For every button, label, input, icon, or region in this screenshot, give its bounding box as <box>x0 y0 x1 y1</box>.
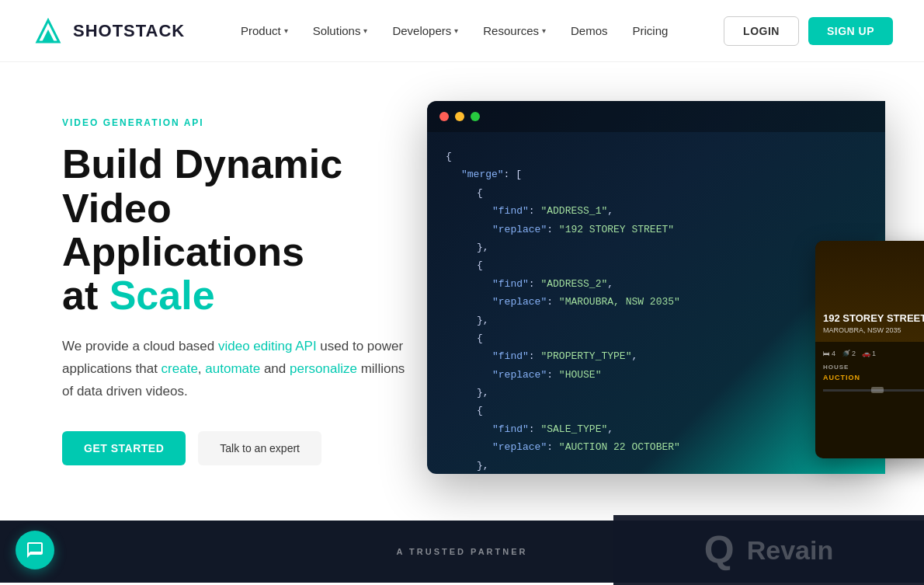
code-line: }, <box>446 239 867 256</box>
hero-section: VIDEO GENERATION API Build Dynamic Video… <box>0 62 924 521</box>
code-line: "find": "ADDRESS_2", <box>446 275 867 293</box>
code-line: "replace": "AUCTION 22 OCTOBER" <box>446 438 867 456</box>
code-line: { <box>446 329 867 347</box>
login-button[interactable]: LOGIN <box>724 16 799 46</box>
chevron-down-icon: ▾ <box>363 26 367 35</box>
trusted-partner-label: A TRUSTED PARTNER <box>397 547 528 556</box>
code-line: { <box>446 402 867 420</box>
signup-button[interactable]: SIGN UP <box>808 17 893 45</box>
code-line: "find": "SALE_TYPE", <box>446 420 867 438</box>
property-card: 192 STOREY STREET MAROUBRA, NSW 2035 🛏 4… <box>815 241 924 458</box>
revain-overlay: Q Revain <box>613 515 924 583</box>
code-line: "replace": "192 STOREY STREET" <box>446 221 867 239</box>
hero-eyebrow: VIDEO GENERATION API <box>62 117 419 128</box>
nav-item-solutions: Solutions ▾ <box>304 18 377 44</box>
window-maximize-dot <box>471 112 480 121</box>
chat-icon <box>26 541 44 559</box>
nav-item-developers: Developers ▾ <box>383 18 467 44</box>
code-line: }, <box>446 384 867 402</box>
talk-to-expert-button[interactable]: Talk to an expert <box>198 431 321 465</box>
code-line: "merge": [ <box>446 165 867 183</box>
nav-actions: LOGIN SIGN UP <box>724 16 893 46</box>
hero-cta: GET STARTED Talk to an expert <box>62 431 419 465</box>
nav-item-resources: Resources ▾ <box>474 18 555 44</box>
property-icons: 🛏 4 🚿 2 🚗 1 <box>823 350 924 357</box>
code-line: "find": "ADDRESS_1", <box>446 202 867 220</box>
chat-widget-button[interactable] <box>16 531 54 569</box>
code-mockup: { "merge": [ { "find": "ADDRESS_1", "rep… <box>427 101 924 482</box>
baths-icon: 🚿 2 <box>842 350 856 357</box>
code-line: { <box>446 148 867 165</box>
revain-name: Revain <box>747 535 834 566</box>
beds-icon: 🛏 4 <box>823 350 835 357</box>
logo-link[interactable]: SHOTSTACK <box>31 14 185 48</box>
automate-link[interactable]: automate <box>205 361 260 376</box>
revain-q-icon: Q <box>704 531 735 569</box>
nav-links: Product ▾ Solutions ▾ Developers ▾ Resou… <box>231 18 677 44</box>
hero-description: We provide a cloud based video editing A… <box>62 336 419 403</box>
window-titlebar <box>427 101 885 132</box>
chevron-down-icon: ▾ <box>542 26 546 35</box>
property-sale: AUCTION <box>823 374 924 381</box>
progress-bar <box>823 389 924 392</box>
code-line: }, <box>446 312 867 329</box>
get-started-button[interactable]: GET STARTED <box>62 431 186 465</box>
property-card-details: 🛏 4 🚿 2 🚗 1 HOUSE AUCTION <box>815 342 924 399</box>
hero-visual: { "merge": [ { "find": "ADDRESS_1", "rep… <box>427 62 924 521</box>
window-minimize-dot <box>455 112 464 121</box>
hero-content: VIDEO GENERATION API Build Dynamic Video… <box>0 71 450 511</box>
create-link[interactable]: create <box>162 361 198 376</box>
logo-text: SHOTSTACK <box>73 21 185 41</box>
nav-item-pricing: Pricing <box>624 18 678 44</box>
hero-title: Build Dynamic Video Applications at Scal… <box>62 142 419 317</box>
nav-link-product[interactable]: Product ▾ <box>231 18 297 44</box>
nav-item-demos: Demos <box>561 18 617 44</box>
nav-item-product: Product ▾ <box>231 18 297 44</box>
code-line: { <box>446 184 867 202</box>
chevron-down-icon: ▾ <box>454 26 458 35</box>
nav-link-solutions[interactable]: Solutions ▾ <box>304 18 377 44</box>
chevron-down-icon: ▾ <box>284 26 288 35</box>
nav-link-pricing[interactable]: Pricing <box>624 18 678 44</box>
property-address: 192 STOREY STREET <box>823 312 924 325</box>
property-type: HOUSE <box>823 364 924 371</box>
video-editing-api-link[interactable]: video editing API <box>218 339 317 353</box>
code-line: "replace": "MAROUBRA, NSW 2035" <box>446 293 867 311</box>
code-line: "find": "PROPERTY_TYPE", <box>446 347 867 365</box>
code-line: "replace": "HOUSE" <box>446 366 867 384</box>
nav-link-developers[interactable]: Developers ▾ <box>383 18 467 44</box>
nav-link-demos[interactable]: Demos <box>561 18 617 44</box>
property-suburb: MAROUBRA, NSW 2035 <box>823 326 924 334</box>
navbar: SHOTSTACK Product ▾ Solutions ▾ Develope… <box>0 0 924 62</box>
shotstack-logo-icon <box>31 14 65 48</box>
cars-icon: 🚗 1 <box>862 350 876 357</box>
code-line: { <box>446 256 867 274</box>
code-line: }, <box>446 457 867 474</box>
nav-link-resources[interactable]: Resources ▾ <box>474 18 555 44</box>
personalize-link[interactable]: personalize <box>290 361 357 376</box>
property-card-image: 192 STOREY STREET MAROUBRA, NSW 2035 <box>815 241 924 342</box>
